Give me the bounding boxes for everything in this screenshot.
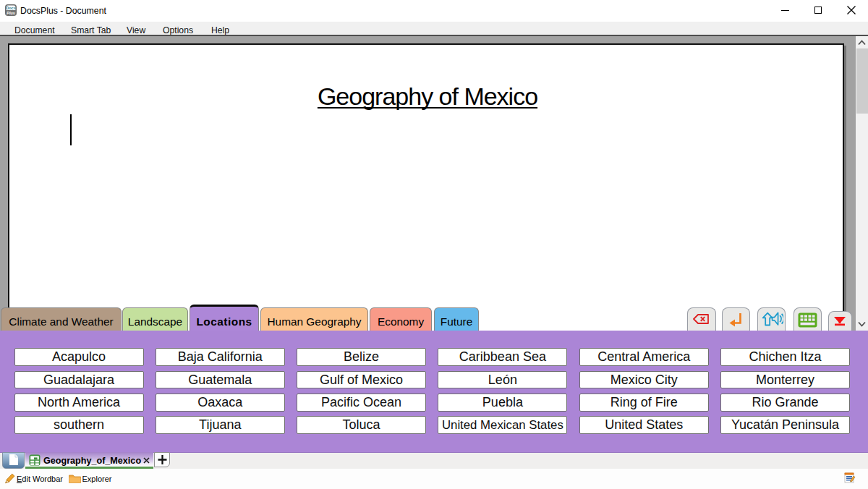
svg-text:Docs: Docs: [6, 6, 16, 10]
svg-text:Plus: Plus: [7, 11, 14, 15]
